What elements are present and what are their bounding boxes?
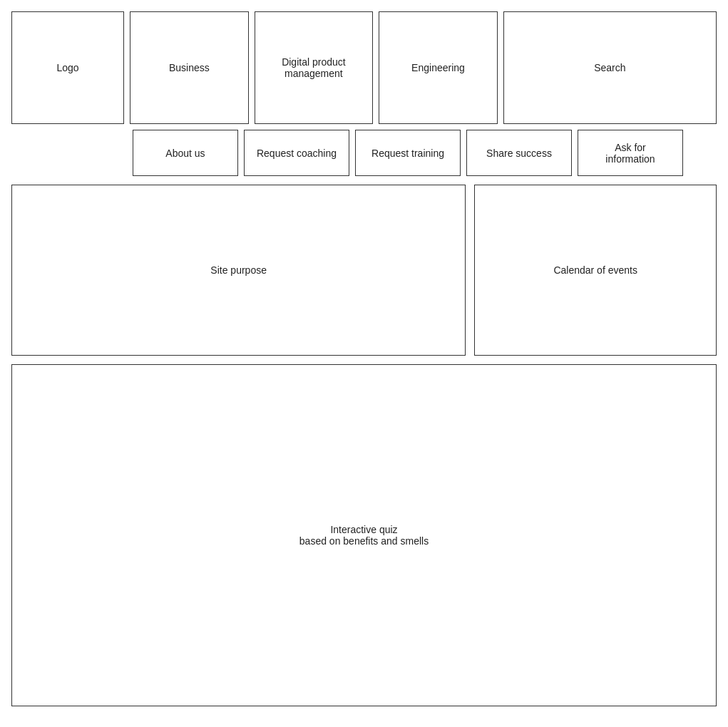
calendar-box: Calendar of events: [474, 185, 717, 356]
quiz-label: Interactive quiz based on benefits and s…: [299, 524, 429, 547]
page-wrapper: Logo Business Digital product management…: [0, 0, 728, 718]
logo-label: Logo: [56, 62, 78, 73]
site-purpose-box: Site purpose: [11, 185, 466, 356]
quiz-section[interactable]: Interactive quiz based on benefits and s…: [11, 364, 717, 706]
nav-item-digital-product-management[interactable]: Digital product management: [255, 11, 374, 124]
nav-item-share-success[interactable]: Share success: [466, 130, 572, 176]
nav-item-request-training[interactable]: Request training: [355, 130, 461, 176]
header: Logo Business Digital product management…: [11, 11, 717, 176]
nav-top-row: Logo Business Digital product management…: [11, 11, 717, 124]
nav-item-request-coaching[interactable]: Request coaching: [244, 130, 349, 176]
nav-item-ask-for-information[interactable]: Ask for information: [578, 130, 683, 176]
site-purpose-label: Site purpose: [210, 264, 267, 276]
nav-item-engineering[interactable]: Engineering: [379, 11, 498, 124]
logo: Logo: [11, 11, 124, 124]
calendar-label: Calendar of events: [553, 264, 637, 276]
nav-item-search[interactable]: Search: [503, 11, 717, 124]
main-content: Site purpose Calendar of events: [11, 185, 717, 356]
nav-item-business[interactable]: Business: [130, 11, 249, 124]
nav-bottom-row: About us Request coaching Request traini…: [133, 130, 717, 176]
nav-item-about-us[interactable]: About us: [133, 130, 238, 176]
